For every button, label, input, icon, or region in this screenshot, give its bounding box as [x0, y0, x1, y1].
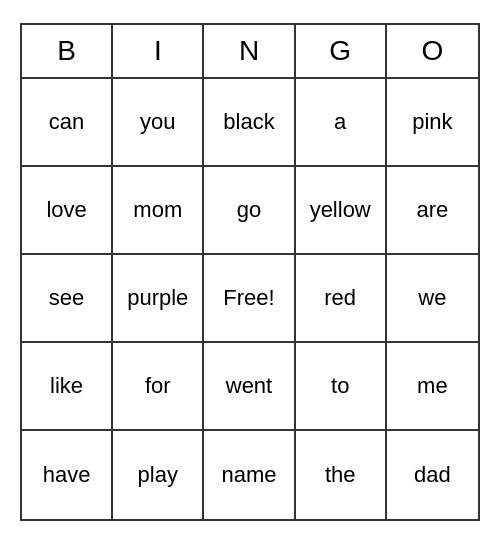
- bingo-card: BINGO canyoublackapinklovemomgoyelloware…: [20, 23, 480, 521]
- cell-r4-c3: the: [296, 431, 387, 519]
- cell-r1-c0: love: [22, 167, 113, 255]
- cell-r4-c4: dad: [387, 431, 478, 519]
- cell-r2-c1: purple: [113, 255, 204, 343]
- bingo-grid: canyoublackapinklovemomgoyellowareseepur…: [22, 79, 478, 519]
- cell-r1-c1: mom: [113, 167, 204, 255]
- cell-r1-c4: are: [387, 167, 478, 255]
- cell-r2-c4: we: [387, 255, 478, 343]
- header-letter-i: I: [113, 25, 204, 77]
- cell-r2-c3: red: [296, 255, 387, 343]
- cell-r2-c2: Free!: [204, 255, 295, 343]
- cell-r3-c0: like: [22, 343, 113, 431]
- bingo-header: BINGO: [22, 25, 478, 79]
- header-letter-g: G: [296, 25, 387, 77]
- header-letter-n: N: [204, 25, 295, 77]
- cell-r0-c0: can: [22, 79, 113, 167]
- cell-r3-c4: me: [387, 343, 478, 431]
- header-letter-b: B: [22, 25, 113, 77]
- cell-r2-c0: see: [22, 255, 113, 343]
- cell-r3-c3: to: [296, 343, 387, 431]
- cell-r0-c2: black: [204, 79, 295, 167]
- cell-r3-c1: for: [113, 343, 204, 431]
- cell-r0-c4: pink: [387, 79, 478, 167]
- cell-r4-c2: name: [204, 431, 295, 519]
- header-letter-o: O: [387, 25, 478, 77]
- cell-r1-c2: go: [204, 167, 295, 255]
- cell-r4-c0: have: [22, 431, 113, 519]
- cell-r1-c3: yellow: [296, 167, 387, 255]
- cell-r4-c1: play: [113, 431, 204, 519]
- cell-r0-c3: a: [296, 79, 387, 167]
- cell-r0-c1: you: [113, 79, 204, 167]
- cell-r3-c2: went: [204, 343, 295, 431]
